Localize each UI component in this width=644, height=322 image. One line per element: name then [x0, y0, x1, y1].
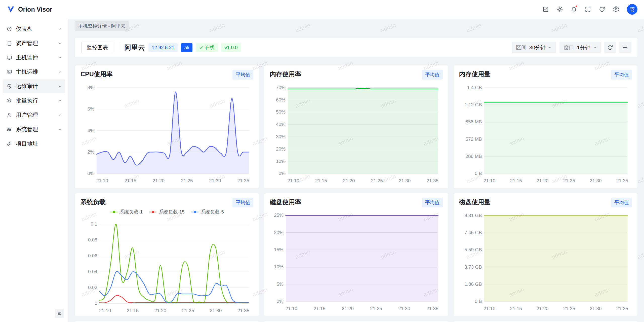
sidebar-item-assets[interactable]: 资产管理: [3, 36, 65, 50]
theme-sun-icon[interactable]: [554, 4, 566, 15]
host-status-tag: 在线: [196, 43, 218, 52]
breadcrumb: 主机监控详情 - 阿里云: [75, 21, 129, 31]
sidebar-item-dashboard[interactable]: 仪表盘: [3, 22, 65, 36]
legend-item[interactable]: 系统负载-5: [191, 209, 224, 215]
svg-text:21:15: 21:15: [125, 178, 136, 183]
svg-text:9.31 GB: 9.31 GB: [464, 213, 482, 218]
host-version-tag: v1.0.0: [221, 43, 241, 52]
chart-title: 内存使用率: [270, 70, 301, 78]
svg-text:21:30: 21:30: [209, 178, 221, 183]
chart-title: 内存使用量: [459, 70, 491, 78]
chevron-down-icon: [58, 113, 62, 117]
sidebar-item-batch-exec[interactable]: 批量执行: [3, 94, 65, 108]
chevron-down-icon: [58, 85, 62, 88]
notifications-bell-button[interactable]: [568, 4, 580, 15]
chevron-down-icon: [58, 27, 62, 31]
sidebar-item-ops-audit[interactable]: 运维审计: [3, 79, 65, 93]
sidebar: 仪表盘 资产管理 主机监控 主机运维 运维审计: [0, 19, 68, 322]
host-code-tag: ali: [181, 43, 192, 52]
host-ip-tag: 12.92.5.21: [148, 43, 178, 52]
avatar[interactable]: 管: [627, 4, 637, 15]
settings-button[interactable]: [610, 4, 622, 15]
chart-title: 系统负载: [80, 198, 106, 206]
svg-text:21:10: 21:10: [484, 178, 495, 183]
topbar-actions: 管: [540, 4, 637, 15]
sidebar-item-user-mgmt[interactable]: 用户管理: [3, 108, 65, 122]
legend-item[interactable]: 系统负载-15: [149, 209, 184, 215]
sidebar-item-host-ops[interactable]: 主机运维: [3, 65, 65, 79]
svg-text:1.86 GB: 1.86 GB: [464, 281, 482, 287]
average-badge[interactable]: 平均值: [611, 70, 632, 80]
average-badge[interactable]: 平均值: [232, 198, 253, 207]
chart-card-system-load: 系统负载 平均值 系统负载-1系统负载-15系统负载-5 00.020.040.…: [75, 193, 259, 316]
chart-title: CPU使用率: [80, 70, 113, 78]
svg-text:21:20: 21:20: [537, 178, 548, 183]
svg-text:21:20: 21:20: [153, 178, 165, 183]
sidebar-item-project-link[interactable]: 项目地址: [3, 137, 65, 151]
svg-text:858 MB: 858 MB: [465, 119, 482, 124]
svg-text:10%: 10%: [276, 159, 286, 164]
chart-list-settings-button[interactable]: [619, 42, 631, 53]
average-badge[interactable]: 平均值: [232, 70, 253, 80]
svg-text:1.4 GB: 1.4 GB: [467, 85, 482, 90]
memory-usage-amount-chart: 0 B286 MB572 MB858 MB1.12 GB1.4 GB21:102…: [459, 80, 632, 185]
svg-text:572 MB: 572 MB: [465, 136, 482, 142]
sidebar-collapse-button[interactable]: [55, 309, 64, 318]
sidebar-menu: 仪表盘 资产管理 主机监控 主机运维 运维审计: [0, 22, 68, 151]
svg-text:0.04: 0.04: [88, 269, 97, 274]
refresh-icon: [599, 6, 605, 13]
svg-text:21:30: 21:30: [398, 306, 410, 311]
svg-text:0.1: 0.1: [91, 221, 97, 227]
svg-text:21:15: 21:15: [510, 178, 522, 183]
disk-usage-rate-chart: 0%5%10%15%20%25%21:1021:1521:2021:2521:3…: [270, 207, 442, 313]
svg-text:60%: 60%: [276, 97, 286, 102]
cpu-usage-chart: 0%2%4%6%8%21:1021:1521:2021:2521:3021:35: [80, 80, 253, 185]
chevron-down-icon: [58, 128, 62, 131]
svg-text:21:20: 21:20: [537, 306, 548, 311]
average-badge[interactable]: 平均值: [422, 70, 443, 80]
monitor-chart-button[interactable]: 监控图表: [82, 42, 113, 53]
interval-select[interactable]: 区间 30分钟: [512, 42, 556, 53]
svg-text:21:10: 21:10: [484, 306, 495, 311]
chevron-down-icon: [548, 46, 552, 49]
list-icon: [622, 45, 628, 51]
svg-text:40%: 40%: [276, 122, 286, 127]
svg-text:21:30: 21:30: [210, 308, 222, 313]
svg-text:10%: 10%: [274, 264, 284, 269]
topbar: Orion Visor: [0, 0, 644, 19]
layers-icon: [7, 98, 12, 103]
chevron-down-icon: [58, 42, 62, 45]
svg-text:21:30: 21:30: [399, 178, 411, 183]
svg-text:0: 0: [95, 301, 97, 306]
svg-text:21:20: 21:20: [154, 308, 166, 313]
svg-text:21:25: 21:25: [181, 178, 193, 183]
sidebar-item-host-monitor[interactable]: 主机监控: [3, 51, 65, 64]
fullscreen-button[interactable]: [582, 4, 594, 15]
menu-fold-icon: [57, 311, 62, 316]
refresh-charts-button[interactable]: [604, 42, 616, 53]
chart-legend: 系统负载-1系统负载-15系统负载-5: [80, 207, 253, 217]
legend-item[interactable]: 系统负载-1: [110, 209, 143, 215]
svg-text:21:10: 21:10: [99, 308, 111, 313]
svg-text:20%: 20%: [274, 230, 284, 235]
svg-text:21:35: 21:35: [427, 306, 438, 311]
svg-text:25%: 25%: [274, 212, 284, 218]
svg-text:21:25: 21:25: [370, 306, 382, 311]
window-select[interactable]: 窗口 1分钟: [559, 42, 601, 53]
svg-text:20%: 20%: [276, 146, 286, 152]
svg-text:21:10: 21:10: [286, 306, 297, 311]
app-logo[interactable]: Orion Visor: [7, 5, 52, 14]
monitor-icon: [7, 55, 12, 60]
svg-text:0%: 0%: [277, 299, 284, 304]
svg-text:0 B: 0 B: [475, 299, 482, 304]
sidebar-item-system-mgmt[interactable]: 系统管理: [3, 122, 65, 136]
svg-text:21:35: 21:35: [237, 308, 249, 313]
chart-card-disk-usage-rate: 磁盘使用率 平均值 0%5%10%15%20%25%21:1021:1521:2…: [264, 193, 448, 316]
todo-check-square-icon[interactable]: [540, 4, 551, 15]
breadcrumb-bar: 主机监控详情 - 阿里云: [75, 21, 637, 31]
average-badge[interactable]: 平均值: [611, 198, 632, 207]
content-area: adminadminadminadminadminadminadminadmin…: [68, 19, 644, 322]
refresh-page-button[interactable]: [596, 4, 608, 15]
average-badge[interactable]: 平均值: [422, 198, 443, 207]
svg-text:5%: 5%: [277, 281, 284, 287]
